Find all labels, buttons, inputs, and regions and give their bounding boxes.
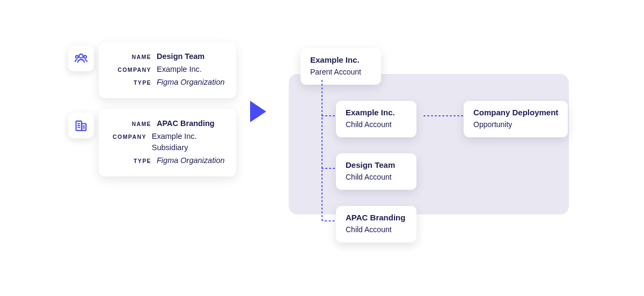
node-title: Example Inc. xyxy=(346,107,407,118)
tree-node-child: Design Team Child Account xyxy=(336,153,416,190)
node-subtitle: Parent Account xyxy=(310,66,371,77)
arrow-right-icon xyxy=(249,100,267,125)
svg-point-1 xyxy=(76,56,78,58)
node-subtitle: Child Account xyxy=(346,224,407,235)
node-title: Example Inc. xyxy=(310,55,371,65)
source-card-design-team: NAME Design Team COMPANY Example Inc. TY… xyxy=(99,42,236,98)
node-title: Company Deployment xyxy=(473,107,558,118)
field-value-type: Figma Organization xyxy=(157,77,225,88)
field-label-company: COMPANY xyxy=(109,133,147,141)
source-card-apac-branding: NAME APAC Branding COMPANY Example Inc. … xyxy=(99,109,236,176)
field-value-company: Example Inc. Subsidiary xyxy=(152,131,225,153)
node-title: APAC Branding xyxy=(346,212,407,223)
field-value-name: APAC Branding xyxy=(157,118,215,129)
tree-panel xyxy=(289,74,569,214)
svg-point-0 xyxy=(79,54,83,58)
tree-node-child: APAC Branding Child Account xyxy=(336,206,416,242)
field-label-type: TYPE xyxy=(109,157,151,165)
tree-node-parent: Example Inc. Parent Account xyxy=(301,48,381,85)
node-subtitle: Opportunity xyxy=(473,119,558,130)
field-label-company: COMPANY xyxy=(109,66,151,74)
field-label-name: NAME xyxy=(109,120,151,128)
field-value-name: Design Team xyxy=(157,51,204,62)
tree-node-opportunity: Company Deployment Opportunity xyxy=(464,101,568,137)
node-subtitle: Child Account xyxy=(346,119,407,130)
node-title: Design Team xyxy=(346,160,407,171)
node-subtitle: Child Account xyxy=(346,172,407,182)
team-icon xyxy=(68,46,94,71)
field-label-type: TYPE xyxy=(109,79,151,87)
building-icon xyxy=(68,113,94,138)
field-value-type: Figma Organization xyxy=(157,155,225,166)
svg-rect-4 xyxy=(82,124,86,131)
field-value-company: Example Inc. xyxy=(157,64,202,75)
field-label-name: NAME xyxy=(109,53,151,61)
tree-node-child: Example Inc. Child Account xyxy=(336,101,416,137)
svg-point-2 xyxy=(84,56,86,58)
